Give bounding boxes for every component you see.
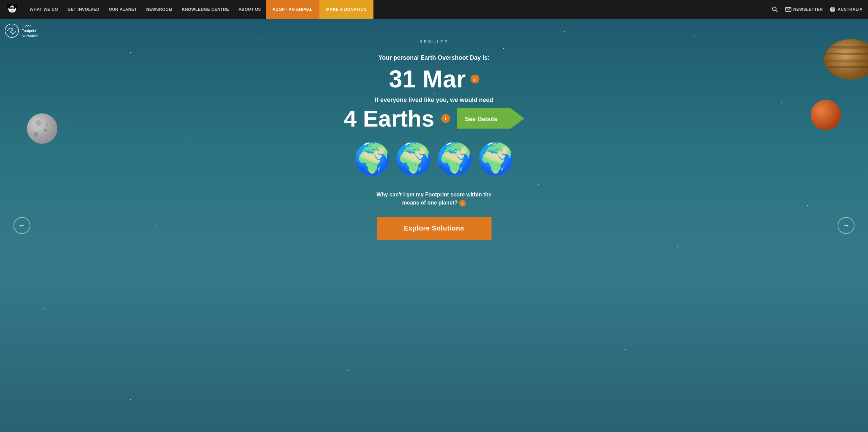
search-icon[interactable]: [771, 6, 779, 13]
results-content: RESULTS Your personal Earth Overshoot Da…: [0, 19, 868, 240]
main-nav: WHAT WE DO GET INVOLVED OUR PLANET NEWSR…: [0, 0, 868, 19]
svg-point-7: [13, 7, 14, 8]
svg-point-6: [10, 7, 11, 8]
date-info-badge[interactable]: i: [471, 75, 479, 83]
nav-links: WHAT WE DO GET INVOLVED OUR PLANET NEWSR…: [25, 0, 764, 19]
nav-our-planet[interactable]: OUR PLANET: [104, 0, 142, 19]
overshoot-date: 31 Mar: [389, 67, 466, 91]
adopt-animal-button[interactable]: ADOPT AN ANIMAL: [266, 0, 319, 19]
globe-3: 🌍: [436, 140, 473, 177]
globe-4: 🌍: [477, 140, 514, 177]
nav-get-involved[interactable]: GET INVOLVED: [63, 0, 104, 19]
why-info-badge[interactable]: i: [459, 200, 466, 207]
see-details-button[interactable]: See Details: [457, 108, 524, 129]
newsletter-link[interactable]: NEWSLETTER: [785, 7, 823, 12]
nav-right: NEWSLETTER AUSTRALIA: [771, 6, 863, 13]
earths-row: 4 Earths i See Details: [344, 107, 524, 130]
earths-count: 4 Earths: [344, 107, 434, 130]
nav-what-we-do[interactable]: WHAT WE DO: [25, 0, 63, 19]
if-everyone-text: If everyone lived like you, we would nee…: [375, 97, 493, 104]
nav-knowledge-centre[interactable]: KNOWLEDGE CENTRE: [177, 0, 234, 19]
nav-newsroom[interactable]: NEWSROOM: [142, 0, 177, 19]
region-selector[interactable]: AUSTRALIA: [830, 6, 863, 12]
date-display: 31 Mar i: [389, 67, 479, 91]
svg-line-10: [776, 10, 777, 12]
explore-solutions-button[interactable]: Explore Solutions: [377, 217, 492, 240]
earths-info-badge[interactable]: i: [441, 114, 450, 123]
wwf-logo[interactable]: [5, 2, 19, 17]
globe-2: 🌍: [395, 140, 432, 177]
globe-1: 🌍: [354, 140, 391, 177]
nav-about-us[interactable]: ABOUT US: [234, 0, 266, 19]
results-label: RESULTS: [419, 39, 449, 44]
globes-row: 🌍 🌍 🌍 🌍: [354, 140, 514, 177]
results-subtitle: Your personal Earth Overshoot Day is:: [379, 54, 490, 61]
main-background: Global Footprint Network® ← → RESULTS Yo…: [0, 19, 868, 432]
svg-point-8: [11, 9, 13, 10]
see-details-label: See Details: [465, 116, 497, 123]
svg-point-9: [772, 7, 776, 11]
make-donation-button[interactable]: MAKE A DONATION: [319, 0, 373, 19]
why-cannot-text: Why can't I get my Footprint score withi…: [370, 191, 498, 207]
